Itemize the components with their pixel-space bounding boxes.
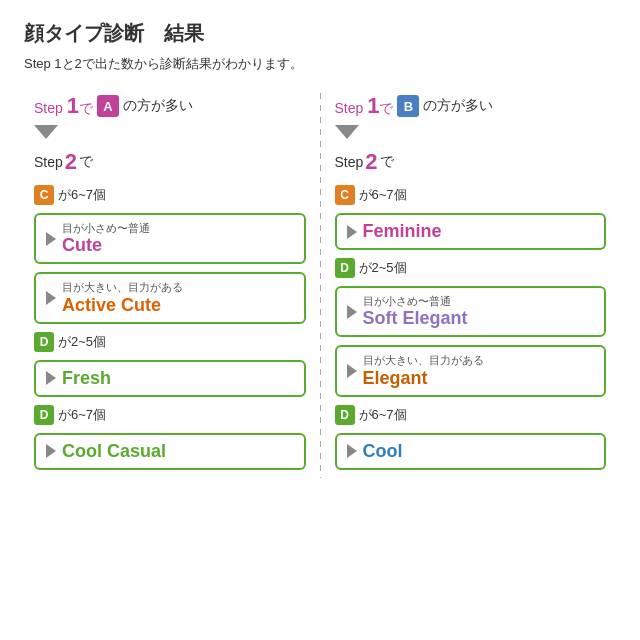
page-title: 顔タイプ診断 結果 [24, 20, 616, 47]
arrow-right-soft-elegant [347, 305, 357, 319]
result-box-soft-elegant: 目が小さめ〜普通 Soft Elegant [335, 286, 607, 337]
result-cute-name: Cute [62, 235, 294, 256]
result-cute-sub: 目が小さめ〜普通 [62, 221, 294, 235]
left-step1-label: Step 1で [34, 93, 93, 119]
badge-b: B [397, 95, 419, 117]
badge-c-right: C [335, 185, 355, 205]
right-d-count1: D が2~5個 [335, 258, 607, 278]
right-step2-label: Step 2で [335, 149, 607, 175]
badge-d-right2: D [335, 405, 355, 425]
arrow-right-active-cute [46, 291, 56, 305]
right-c-count: C が6~7個 [335, 185, 607, 205]
badge-d-right1: D [335, 258, 355, 278]
left-step1-header: Step 1で A の方が多い [34, 93, 306, 119]
result-elegant-name: Elegant [363, 368, 595, 389]
result-cool-casual-name: Cool Casual [62, 441, 294, 462]
left-arrow-down [34, 125, 58, 139]
badge-a: A [97, 95, 119, 117]
result-soft-elegant-name: Soft Elegant [363, 308, 595, 329]
result-elegant-sub: 目が大きい、目力がある [363, 353, 595, 367]
arrow-right-feminine [347, 225, 357, 239]
result-box-cool-casual: Cool Casual [34, 433, 306, 470]
result-box-cool: Cool [335, 433, 607, 470]
badge-c-left: C [34, 185, 54, 205]
arrow-right-elegant [347, 364, 357, 378]
result-box-active-cute: 目が大きい、目力がある Active Cute [34, 272, 306, 323]
right-step1-header: Step 1で B の方が多い [335, 93, 607, 119]
arrow-right-cool-casual [46, 444, 56, 458]
left-step2-label: Step 2で [34, 149, 306, 175]
left-d-count2: D が6~7個 [34, 405, 306, 425]
result-box-elegant: 目が大きい、目力がある Elegant [335, 345, 607, 396]
right-d-count2: D が6~7個 [335, 405, 607, 425]
result-feminine-name: Feminine [363, 221, 595, 242]
result-box-feminine: Feminine [335, 213, 607, 250]
columns-container: Step 1で A の方が多い Step 2で C が6~7個 目が小さめ〜普通… [24, 93, 616, 478]
result-active-cute-name: Active Cute [62, 295, 294, 316]
subtitle: Step 1と2で出た数から診断結果がわかります。 [24, 55, 616, 73]
result-box-cute: 目が小さめ〜普通 Cute [34, 213, 306, 264]
right-step1-label: Step 1で [335, 93, 394, 119]
result-fresh-name: Fresh [62, 368, 294, 389]
result-box-fresh: Fresh [34, 360, 306, 397]
left-column: Step 1で A の方が多い Step 2で C が6~7個 目が小さめ〜普通… [24, 93, 316, 478]
left-c-count: C が6~7個 [34, 185, 306, 205]
arrow-right-cool [347, 444, 357, 458]
badge-d-left2: D [34, 405, 54, 425]
result-soft-elegant-sub: 目が小さめ〜普通 [363, 294, 595, 308]
result-active-cute-sub: 目が大きい、目力がある [62, 280, 294, 294]
arrow-right-fresh [46, 371, 56, 385]
right-arrow-down [335, 125, 359, 139]
left-d-count1: D が2~5個 [34, 332, 306, 352]
badge-d-left1: D [34, 332, 54, 352]
right-column: Step 1で B の方が多い Step 2で C が6~7個 Feminine [325, 93, 617, 478]
arrow-right-cute [46, 232, 56, 246]
result-cool-name: Cool [363, 441, 595, 462]
column-divider [320, 93, 321, 478]
